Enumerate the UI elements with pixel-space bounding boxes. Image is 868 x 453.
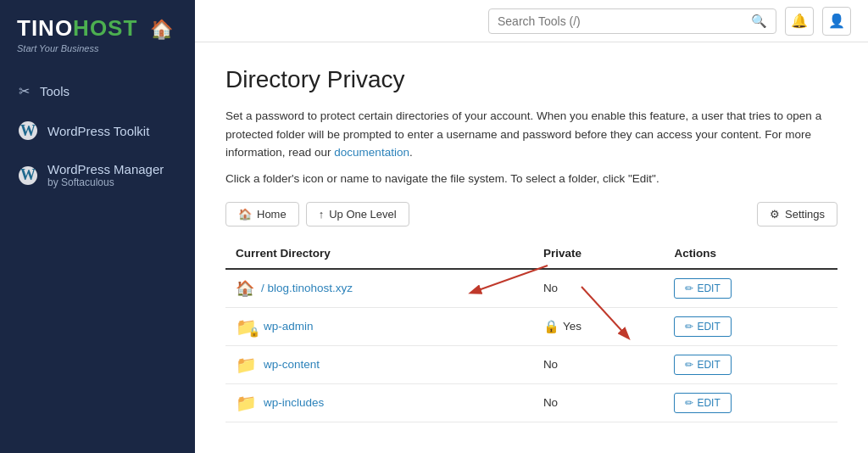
folder-icon: 📁 bbox=[236, 355, 257, 375]
up-one-level-button[interactable]: ↑ Up One Level bbox=[306, 202, 409, 226]
nav-instructions: Click a folder's icon or name to navigat… bbox=[225, 172, 837, 185]
folder-link-wp-includes[interactable]: wp-includes bbox=[264, 396, 324, 409]
notification-bell-button[interactable]: 🔔 bbox=[785, 7, 814, 36]
documentation-link[interactable]: documentation bbox=[334, 146, 409, 159]
settings-label: Settings bbox=[785, 208, 825, 221]
lock-badge-icon: 🔒 bbox=[248, 327, 260, 338]
pencil-icon: ✏ bbox=[685, 397, 693, 409]
up-icon: ↑ bbox=[319, 208, 325, 221]
search-box: 🔍 bbox=[488, 8, 776, 34]
logo-tagline: Start Your Business bbox=[17, 43, 178, 53]
description-part1: Set a password to protect certain direct… bbox=[225, 109, 821, 159]
private-value: No bbox=[543, 396, 558, 409]
search-input[interactable] bbox=[498, 14, 744, 28]
settings-button[interactable]: ⚙ Settings bbox=[757, 202, 837, 226]
col-header-actions: Actions bbox=[664, 240, 837, 269]
home-button[interactable]: 🏠 Home bbox=[225, 202, 299, 226]
sidebar-item-tools[interactable]: ✂ Tools bbox=[0, 72, 195, 110]
private-value: No bbox=[543, 282, 558, 294]
col-header-private: Private bbox=[533, 240, 665, 269]
folder-link-wp-admin[interactable]: wp-admin bbox=[264, 320, 314, 333]
gear-icon: ⚙ bbox=[770, 208, 780, 221]
private-value: Yes bbox=[563, 320, 581, 333]
user-icon: 👤 bbox=[828, 13, 845, 29]
up-one-level-label: Up One Level bbox=[329, 208, 397, 221]
toolbar: 🏠 Home ↑ Up One Level ⚙ Settings bbox=[225, 202, 837, 226]
content-area: Directory Privacy Set a password to prot… bbox=[195, 42, 868, 453]
bell-icon: 🔔 bbox=[791, 13, 808, 29]
logo: TINOHOST 🏠 Start Your Business bbox=[0, 0, 195, 64]
folder-link-root[interactable]: / blog.tinohost.xyz bbox=[261, 282, 353, 294]
locked-folder-icon: 📁 🔒 bbox=[236, 316, 257, 337]
home-folder-icon: 🏠 bbox=[236, 279, 254, 298]
folder-link-wp-content[interactable]: wp-content bbox=[264, 358, 320, 371]
logo-tino: TINO bbox=[17, 15, 73, 41]
page-title: Directory Privacy bbox=[225, 66, 837, 93]
sidebar-item-tools-label: Tools bbox=[40, 84, 70, 98]
table-row: 🏠/ blog.tinohost.xyzNo✏EDIT bbox=[225, 269, 837, 308]
pencil-icon: ✏ bbox=[685, 282, 693, 294]
logo-host: HOST bbox=[73, 15, 137, 41]
table-row: 📁wp-contentNo✏EDIT bbox=[225, 345, 837, 383]
description-text: Set a password to protect certain direct… bbox=[225, 107, 837, 162]
header: 🔍 🔔 👤 bbox=[195, 0, 868, 42]
home-btn-label: Home bbox=[257, 208, 287, 221]
home-btn-icon: 🏠 bbox=[238, 208, 252, 221]
tools-icon: ✂ bbox=[19, 83, 30, 99]
edit-button-wp-admin[interactable]: ✏EDIT bbox=[674, 316, 731, 337]
wordpress-toolkit-icon: W bbox=[19, 121, 37, 140]
private-value: No bbox=[543, 358, 558, 371]
sidebar-item-wptoolkit-label: WordPress Toolkit bbox=[47, 124, 149, 138]
user-profile-button[interactable]: 👤 bbox=[822, 7, 851, 36]
pencil-icon: ✏ bbox=[685, 321, 693, 333]
toolbar-left: 🏠 Home ↑ Up One Level bbox=[225, 202, 409, 226]
table-row: 📁wp-includesNo✏EDIT bbox=[225, 383, 837, 422]
directory-table: Current Directory Private Actions 🏠/ blo… bbox=[225, 240, 837, 422]
sidebar-item-wpmanager-label: WordPress Manager bbox=[47, 162, 164, 176]
edit-button-wp-content[interactable]: ✏EDIT bbox=[674, 355, 731, 375]
main-area: 🔍 🔔 👤 Directory Privacy Set a password t… bbox=[195, 0, 868, 453]
sidebar-nav: ✂ Tools W WordPress Toolkit W WordPress … bbox=[0, 72, 195, 199]
sidebar-item-wordpress-toolkit[interactable]: W WordPress Toolkit bbox=[0, 110, 195, 151]
edit-button-wp-includes[interactable]: ✏EDIT bbox=[674, 393, 731, 413]
private-lock-icon: 🔒 bbox=[543, 319, 559, 334]
col-header-directory: Current Directory bbox=[225, 240, 533, 269]
search-button[interactable]: 🔍 bbox=[751, 14, 767, 29]
table-row: 📁 🔒 wp-admin🔒Yes✏EDIT bbox=[225, 307, 837, 345]
sidebar-item-wpmanager-sub: by Softaculous bbox=[47, 176, 164, 188]
pencil-icon: ✏ bbox=[685, 359, 693, 371]
directory-table-wrapper: Current Directory Private Actions 🏠/ blo… bbox=[225, 240, 837, 422]
folder-icon: 📁 bbox=[236, 393, 257, 413]
edit-button-root[interactable]: ✏EDIT bbox=[674, 278, 731, 299]
sidebar: TINOHOST 🏠 Start Your Business ✂ Tools W… bbox=[0, 0, 195, 453]
sidebar-item-wordpress-manager[interactable]: W WordPress Manager by Softaculous bbox=[0, 151, 195, 199]
wordpress-manager-icon: W bbox=[19, 166, 37, 185]
